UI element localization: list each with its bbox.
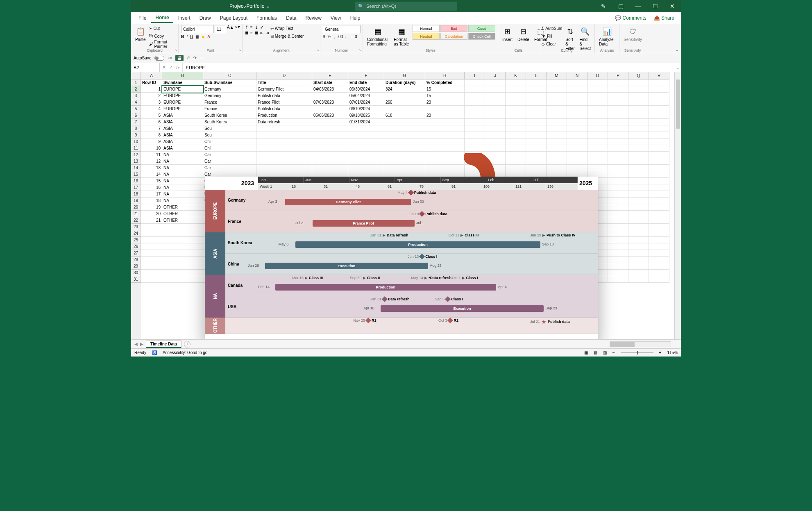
cell[interactable] (628, 112, 649, 119)
cell[interactable] (465, 125, 485, 132)
cell[interactable] (506, 112, 526, 119)
cell[interactable] (141, 230, 162, 237)
cell[interactable] (506, 152, 526, 158)
row-header[interactable]: 5 (131, 106, 141, 112)
cell[interactable] (526, 93, 547, 99)
cell[interactable] (608, 217, 628, 224)
col-header[interactable]: B (162, 72, 203, 79)
row-header[interactable]: 10 (131, 139, 141, 145)
cell[interactable] (649, 139, 669, 145)
format-as-table-button[interactable]: ▦Format as Table (392, 25, 411, 47)
cell[interactable] (587, 145, 608, 152)
cell[interactable]: Sub-Swimlane (203, 79, 256, 86)
cell[interactable] (425, 119, 465, 125)
cell[interactable] (162, 263, 203, 270)
cell[interactable] (587, 119, 608, 125)
cell[interactable] (384, 125, 425, 132)
enter-formula-icon[interactable]: ✓ (169, 65, 173, 70)
cell[interactable] (485, 112, 506, 119)
cell[interactable] (384, 119, 425, 125)
autosave-toggle[interactable] (154, 56, 164, 61)
dialog-launcher-icon[interactable]: ↘ (316, 48, 319, 52)
cell[interactable]: ASIA (162, 132, 203, 139)
col-header[interactable]: C (203, 72, 256, 79)
italic-button[interactable]: I (186, 34, 188, 39)
orientation-icon[interactable]: ⤢ (260, 25, 263, 30)
cell[interactable] (141, 263, 162, 270)
row-header[interactable]: 23 (131, 224, 141, 230)
cell[interactable] (485, 145, 506, 152)
cell[interactable] (608, 211, 628, 217)
style-calculation[interactable]: Calculation (440, 33, 467, 40)
cell[interactable] (465, 132, 485, 139)
cell[interactable]: NA (162, 184, 203, 191)
cell[interactable] (628, 263, 649, 270)
cell[interactable] (628, 139, 649, 145)
cell[interactable] (506, 165, 526, 171)
restore-icon[interactable]: ▢ (612, 0, 629, 12)
cell[interactable] (547, 79, 567, 86)
view-page-break-icon[interactable]: ▥ (603, 350, 607, 355)
cell[interactable] (608, 125, 628, 132)
cell[interactable]: 5 (141, 112, 162, 119)
cell[interactable] (348, 139, 384, 145)
comments-button[interactable]: 💬 Comments (612, 15, 649, 21)
cell[interactable] (628, 257, 649, 263)
cell[interactable] (608, 86, 628, 93)
style-check-cell[interactable]: Check Cell (468, 33, 495, 40)
cell[interactable] (526, 165, 547, 171)
cell[interactable] (649, 152, 669, 158)
cell[interactable] (506, 106, 526, 112)
cell[interactable]: 4 (141, 106, 162, 112)
cell[interactable]: Publish data (256, 93, 312, 99)
style-good[interactable]: Good (468, 25, 495, 32)
cut-button[interactable]: ✂Cut (149, 25, 176, 32)
cell[interactable] (608, 99, 628, 106)
cell[interactable] (608, 165, 628, 171)
merge-center-button[interactable]: ⊟Merge & Center (270, 33, 304, 40)
col-header[interactable]: K (506, 72, 526, 79)
cell[interactable]: 7 (141, 125, 162, 132)
cell[interactable] (649, 250, 669, 257)
save-button[interactable]: 💾 (175, 55, 184, 61)
tab-insert[interactable]: Insert (174, 14, 195, 23)
cell[interactable]: 8 (141, 132, 162, 139)
cell[interactable]: 12 (141, 158, 162, 165)
tab-help[interactable]: Help (346, 14, 365, 23)
cell[interactable] (141, 224, 162, 230)
cell[interactable] (608, 119, 628, 125)
cell[interactable] (485, 86, 506, 93)
col-header[interactable]: I (465, 72, 485, 79)
cell[interactable]: 21 (141, 217, 162, 224)
cell[interactable] (608, 132, 628, 139)
row-header[interactable]: 9 (131, 132, 141, 139)
cell[interactable] (567, 132, 587, 139)
cell[interactable] (506, 99, 526, 106)
sensitivity-button[interactable]: 🛡Sensitivity (622, 25, 644, 43)
cell[interactable] (256, 152, 312, 158)
new-sheet-button[interactable]: + (184, 341, 191, 347)
cell[interactable]: 01/31/2024 (348, 119, 384, 125)
cell[interactable]: 05/04/2024 (348, 93, 384, 99)
accounting-button[interactable]: $ (323, 34, 325, 39)
col-header[interactable]: M (547, 72, 567, 79)
cell[interactable]: EUROPE (162, 99, 203, 106)
cell[interactable] (506, 145, 526, 152)
cell[interactable] (526, 106, 547, 112)
cell[interactable] (628, 106, 649, 112)
align-bottom-icon[interactable]: ⤓ (255, 25, 258, 30)
row-header[interactable]: 16 (131, 178, 141, 184)
cell[interactable]: 07/03/2023 (312, 99, 348, 106)
cell[interactable] (649, 217, 669, 224)
sheet-next-icon[interactable]: ▶ (140, 342, 143, 346)
cell[interactable] (567, 106, 587, 112)
cell[interactable] (312, 93, 348, 99)
row-header[interactable]: 15 (131, 171, 141, 178)
cell[interactable] (384, 152, 425, 158)
cell[interactable] (649, 112, 669, 119)
cell[interactable] (526, 132, 547, 139)
cell[interactable] (526, 152, 547, 158)
cell[interactable]: OTHER (162, 217, 203, 224)
cell[interactable]: Start date (312, 79, 348, 86)
cell[interactable] (628, 276, 649, 283)
